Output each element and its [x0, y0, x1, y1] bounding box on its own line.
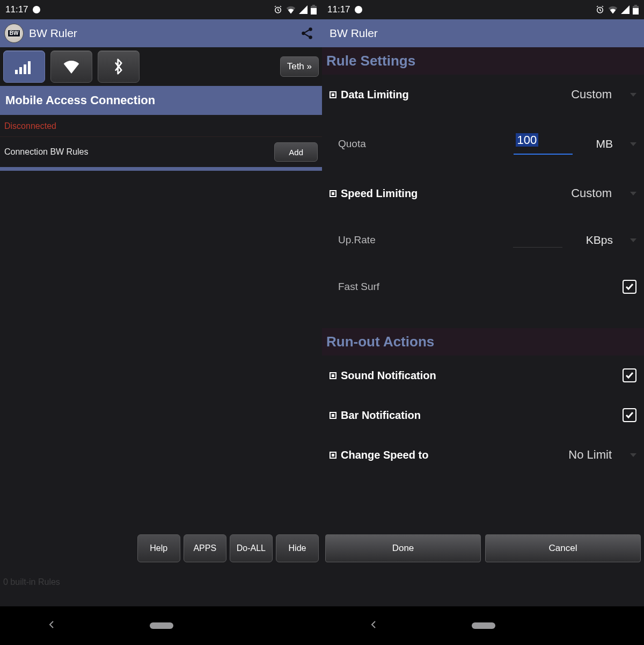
- signal-icon: [299, 5, 308, 14]
- tab-bluetooth[interactable]: [98, 50, 140, 83]
- svg-rect-14: [634, 5, 637, 6]
- app-bar: BW Ruler: [322, 19, 644, 47]
- wifi-icon: [608, 5, 618, 14]
- apps-button[interactable]: APPS: [184, 534, 226, 562]
- android-nav-bar: [0, 606, 322, 645]
- rules-row: Connection BW Rules Add: [0, 137, 322, 169]
- svg-point-6: [309, 35, 312, 39]
- uprate-unit[interactable]: KBps: [586, 234, 613, 247]
- uprate-label: Up.Rate: [338, 234, 376, 246]
- right-pane: 11:17 BW Ruler Rule Settings Data Limiti…: [322, 0, 644, 645]
- do-all-button[interactable]: Do-ALL: [230, 534, 273, 562]
- help-button[interactable]: Help: [137, 534, 180, 562]
- tab-mobile[interactable]: [3, 50, 45, 83]
- tethering-button[interactable]: Teth »: [280, 56, 319, 77]
- chevron-down-icon: [630, 453, 636, 457]
- svg-rect-10: [28, 61, 31, 74]
- speed-limiting-label: Speed Limiting: [341, 187, 418, 200]
- row-uprate: Up.Rate KBps: [322, 213, 644, 267]
- bottom-buttons: Help APPS Do-ALL Hide: [0, 534, 322, 606]
- alarm-icon: [273, 5, 283, 15]
- bullet-icon: [330, 372, 336, 379]
- svg-rect-9: [24, 64, 26, 74]
- bullet-icon: [330, 190, 336, 197]
- row-sound-notification[interactable]: Sound Notification: [322, 356, 644, 395]
- quota-unit[interactable]: MB: [596, 137, 613, 150]
- sound-label: Sound Notification: [341, 369, 436, 382]
- dialog-buttons: Done Cancel: [322, 534, 644, 606]
- change-speed-value: No Limit: [568, 448, 612, 462]
- status-time: 11:17: [5, 4, 28, 15]
- cancel-button[interactable]: Cancel: [485, 534, 641, 562]
- row-quota: Quota 100 MB: [322, 114, 644, 173]
- svg-rect-13: [633, 8, 639, 15]
- speed-limiting-value: Custom: [571, 186, 612, 200]
- section-runout: Run-out Actions: [322, 328, 644, 356]
- connection-tabs: Teth »: [0, 47, 322, 86]
- hide-button[interactable]: Hide: [276, 534, 319, 562]
- data-limiting-label: Data Limiting: [341, 89, 409, 101]
- row-speed-limiting[interactable]: Speed Limiting Custom: [322, 173, 644, 213]
- status-bar: 11:17: [322, 0, 644, 19]
- app-icon: BW: [4, 24, 24, 43]
- bar-checkbox[interactable]: [623, 408, 636, 422]
- battery-icon: [311, 5, 317, 15]
- battery-icon: [633, 5, 639, 15]
- app-bar: BW BW Ruler: [0, 19, 322, 47]
- left-pane: 11:17 BW BW Ruler: [0, 0, 322, 645]
- alarm-icon: [595, 5, 605, 15]
- sound-checkbox[interactable]: [623, 368, 636, 382]
- data-limiting-value: Custom: [571, 88, 612, 102]
- notification-dot-icon: [33, 6, 40, 13]
- row-data-limiting[interactable]: Data Limiting Custom: [322, 75, 644, 114]
- nav-home-icon[interactable]: [472, 622, 495, 629]
- row-bar-notification[interactable]: Bar Notification: [322, 395, 644, 435]
- svg-point-5: [302, 32, 305, 35]
- svg-point-4: [309, 27, 312, 31]
- done-button[interactable]: Done: [325, 534, 481, 562]
- nav-home-icon[interactable]: [150, 622, 173, 629]
- bullet-icon: [330, 91, 336, 98]
- row-change-speed[interactable]: Change Speed to No Limit: [322, 435, 644, 475]
- bar-label: Bar Notification: [341, 409, 421, 422]
- uprate-input[interactable]: [513, 233, 562, 248]
- add-rule-button[interactable]: Add: [274, 142, 318, 162]
- share-button[interactable]: [296, 23, 318, 44]
- nav-back-icon[interactable]: [369, 620, 378, 631]
- change-speed-label: Change Speed to: [341, 449, 428, 461]
- connection-status: Disconnected: [0, 115, 322, 137]
- android-nav-bar: [322, 606, 644, 645]
- wifi-icon: [286, 5, 296, 14]
- rules-label: Connection BW Rules: [4, 147, 89, 157]
- fastsurf-label: Fast Surf: [338, 281, 379, 293]
- svg-rect-8: [19, 67, 22, 74]
- chevron-down-icon: [630, 142, 636, 146]
- tab-wifi[interactable]: [50, 50, 92, 83]
- notification-dot-icon: [355, 6, 362, 13]
- svg-rect-7: [15, 70, 18, 74]
- app-title: BW Ruler: [330, 27, 378, 40]
- section-title: Mobile Access Connection: [0, 86, 322, 115]
- signal-icon: [621, 5, 630, 14]
- svg-rect-2: [311, 8, 317, 15]
- status-time: 11:17: [327, 4, 350, 15]
- chevron-down-icon: [630, 192, 636, 195]
- fastsurf-checkbox[interactable]: [623, 280, 636, 294]
- status-bar: 11:17: [0, 0, 322, 19]
- chevron-down-icon: [630, 93, 636, 97]
- svg-rect-3: [312, 5, 315, 6]
- bullet-icon: [330, 412, 336, 419]
- chevron-down-icon: [630, 238, 636, 242]
- quota-input[interactable]: 100: [514, 133, 573, 155]
- quota-label: Quota: [338, 138, 366, 150]
- bullet-icon: [330, 452, 336, 459]
- nav-back-icon[interactable]: [47, 620, 56, 631]
- section-rule-settings: Rule Settings: [322, 47, 644, 75]
- row-fastsurf[interactable]: Fast Surf: [322, 267, 644, 307]
- app-title: BW Ruler: [29, 27, 77, 40]
